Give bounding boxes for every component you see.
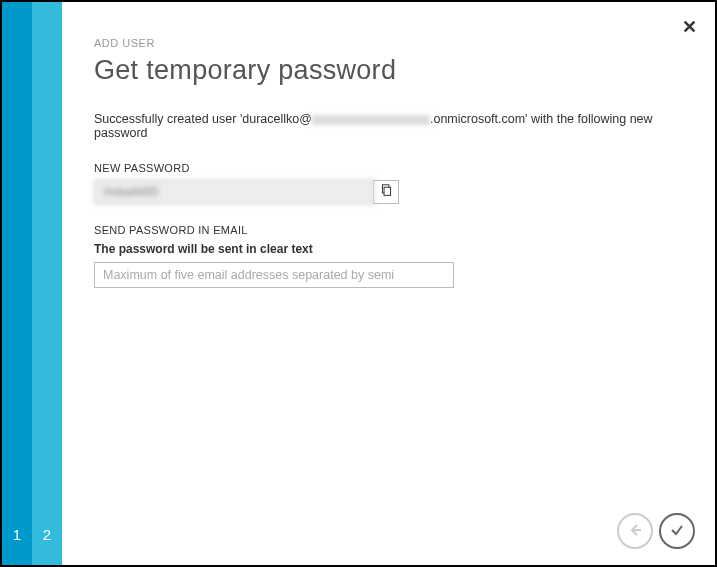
new-password-label: NEW PASSWORD <box>94 162 685 174</box>
close-icon: ✕ <box>682 17 697 37</box>
page-title: Get temporary password <box>94 55 685 86</box>
arrow-left-icon <box>627 522 643 541</box>
copy-password-button[interactable] <box>373 180 399 204</box>
email-recipients-input[interactable] <box>94 262 454 288</box>
step-number-1: 1 <box>2 526 32 543</box>
success-message: Successfully created user 'duracellko@.o… <box>94 112 685 140</box>
copy-icon <box>380 184 393 200</box>
footer-actions <box>617 513 695 549</box>
wizard-step-sidebar: 1 2 <box>2 2 62 565</box>
password-display: Hoba8495 <box>94 180 374 204</box>
main-content: ✕ ADD USER Get temporary password Succes… <box>62 2 715 565</box>
step-number-2: 2 <box>32 526 62 543</box>
svg-rect-1 <box>384 187 391 195</box>
breadcrumb: ADD USER <box>94 37 685 49</box>
password-row: Hoba8495 <box>94 180 685 204</box>
wizard-step-2[interactable]: 2 <box>32 2 62 565</box>
email-hint: The password will be sent in clear text <box>94 242 685 256</box>
redacted-domain <box>312 115 430 125</box>
send-email-label: SEND PASSWORD IN EMAIL <box>94 224 685 236</box>
wizard-step-1[interactable]: 1 <box>2 2 32 565</box>
success-message-prefix: Successfully created user 'duracellko@ <box>94 112 312 126</box>
complete-button[interactable] <box>659 513 695 549</box>
close-button[interactable]: ✕ <box>682 18 697 36</box>
checkmark-icon <box>669 522 685 541</box>
back-button[interactable] <box>617 513 653 549</box>
